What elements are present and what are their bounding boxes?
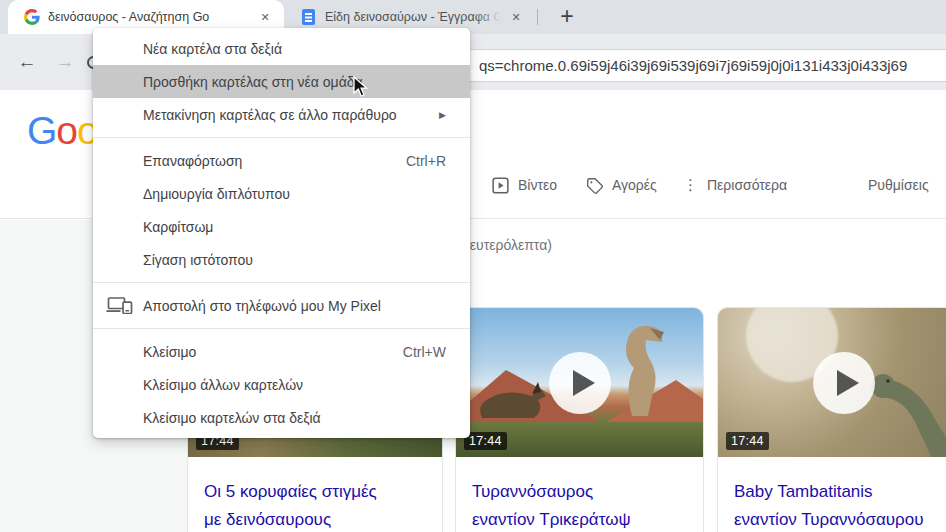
menu-item-label: Σίγαση ιστότοπου [143, 252, 253, 268]
google-docs-icon [302, 9, 315, 25]
menu-item-new-tab-right[interactable]: Νέα καρτέλα στα δεξιά [93, 32, 470, 65]
menu-item-pin[interactable]: Καρφίτσωμ [93, 210, 470, 243]
video-title-line: με δεινόσαυρους [204, 506, 426, 532]
video-title-line: Baby Tambatitanis [734, 478, 946, 506]
menu-separator [93, 282, 470, 283]
menu-item-reload[interactable]: ΕπαναφόρτωσηCtrl+R [93, 144, 470, 177]
browser-window: Goog Βίντεο Αγορές ⋮ Περισσότερα Ρυθμίσε… [0, 0, 946, 532]
menu-item-close-other-tabs[interactable]: Κλείσιμο άλλων καρτελών [93, 368, 470, 401]
menu-item-label: Καρφίτσωμ [143, 219, 213, 235]
play-icon[interactable] [549, 352, 611, 414]
google-favicon [24, 9, 40, 25]
result-tab-more[interactable]: ⋮ Περισσότερα [683, 174, 787, 196]
tab-context-menu: Νέα καρτέλα στα δεξιά Προσθήκη καρτέλας … [93, 28, 470, 438]
tab-close-icon[interactable]: ✕ [256, 8, 274, 26]
menu-item-add-tab-to-new-group[interactable]: Προσθήκη καρτέλας στη νέα ομάδα [93, 65, 470, 98]
video-card[interactable]: 17:44 Τυραννόσαυρος εναντίον Τρικεράτωψ [455, 307, 704, 532]
result-tab-label: Βίντεο [518, 177, 557, 193]
menu-separator [93, 137, 470, 138]
video-title-link[interactable]: Οι 5 κορυφαίες στιγμές με δεινόσαυρους [204, 478, 426, 532]
shopping-tag-icon [586, 177, 603, 194]
menu-item-duplicate[interactable]: Δημιουργία διπλότυπου [93, 177, 470, 210]
menu-shortcut: Ctrl+W [403, 344, 446, 360]
tab-close-icon[interactable]: ✕ [507, 8, 525, 26]
submenu-arrow-icon: ▶ [439, 110, 446, 120]
menu-item-label: Επαναφόρτωση [143, 153, 242, 169]
result-tab-label: Περισσότερα [707, 177, 787, 193]
menu-item-close-tabs-right[interactable]: Κλείσιμο καρτελών στα δεξιά [93, 401, 470, 434]
video-title-line: Τυραννόσαυρος [472, 478, 687, 506]
more-vertical-icon: ⋮ [683, 178, 698, 192]
new-tab-button[interactable]: + [552, 2, 582, 32]
menu-item-label: Νέα καρτέλα στα δεξιά [143, 41, 282, 57]
menu-item-move-tab-to-other-window[interactable]: Μετακίνηση καρτέλας σε άλλο παράθυρο▶ [93, 98, 470, 131]
menu-item-label: Κλείσιμο [143, 344, 196, 360]
menu-item-label: Κλείσιμο καρτελών στα δεξιά [143, 410, 321, 426]
tab-divider [537, 9, 538, 25]
menu-item-label: Αποστολή στο τηλέφωνό μου My Pixel [143, 298, 381, 314]
results-stats-text: δευτερόλεπτα) [462, 237, 552, 253]
video-duration-badge: 17:44 [464, 432, 507, 450]
result-tab-shopping[interactable]: Αγορές [586, 174, 657, 196]
send-to-devices-icon [106, 297, 133, 314]
video-icon [492, 177, 509, 194]
video-duration-badge: 17:44 [726, 432, 769, 450]
menu-item-label: Προσθήκη καρτέλας στη νέα ομάδα [143, 74, 363, 90]
menu-item-mute-site[interactable]: Σίγαση ιστότοπου [93, 243, 470, 276]
video-title-line: εναντίον Τυραννόσαυρου [734, 506, 946, 532]
menu-item-label: Μετακίνηση καρτέλας σε άλλο παράθυρο [143, 107, 397, 123]
video-thumbnail[interactable]: 17:44 [718, 308, 946, 457]
logo-letter: o [56, 109, 77, 152]
back-button[interactable]: ← [13, 48, 41, 76]
video-title-link[interactable]: Τυραννόσαυρος εναντίον Τρικεράτωψ [472, 478, 687, 532]
tab-title: δεινόσαυρος - Αναζήτηση Go [48, 10, 209, 24]
result-tab-label: Αγορές [612, 177, 657, 193]
video-title-line: Οι 5 κορυφαίες στιγμές [204, 478, 426, 506]
video-title-link[interactable]: Baby Tambatitanis εναντίον Τυραννόσαυρου [734, 478, 946, 532]
video-thumbnail[interactable]: 17:44 [456, 308, 703, 457]
video-card[interactable]: 17:44 Baby Tambatitanis εναντίον Τυραννό… [717, 307, 946, 532]
address-bar-url: qs=chrome.0.69i59j46i39j69i539j69i7j69i5… [479, 50, 907, 81]
mouse-cursor [352, 76, 372, 98]
menu-item-close[interactable]: ΚλείσιμοCtrl+W [93, 335, 470, 368]
forward-button[interactable]: → [51, 48, 79, 76]
video-title-line: εναντίον Τρικεράτωψ [472, 506, 687, 532]
menu-item-label: Δημιουργία διπλότυπου [143, 186, 290, 202]
tab-title: Είδη δεινοσαύρων - Έγγραφα Go [325, 10, 501, 24]
result-tab-videos[interactable]: Βίντεο [492, 174, 557, 196]
settings-link[interactable]: Ρυθμίσεις [868, 177, 929, 193]
logo-letter: G [27, 109, 56, 152]
play-icon[interactable] [813, 352, 875, 414]
menu-item-label: Κλείσιμο άλλων καρτελών [143, 377, 303, 393]
menu-shortcut: Ctrl+R [406, 153, 446, 169]
menu-item-send-to-phone[interactable]: Αποστολή στο τηλέφωνό μου My Pixel [93, 289, 470, 322]
menu-separator [93, 328, 470, 329]
